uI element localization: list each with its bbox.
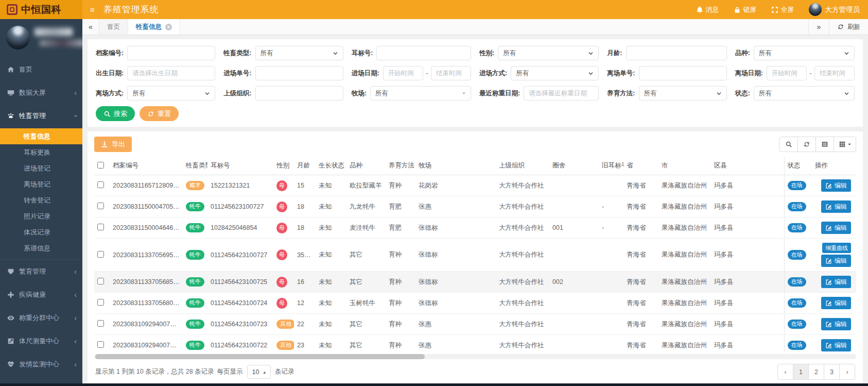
edit-button[interactable]: 编辑	[821, 222, 851, 234]
table-row[interactable]: 2023083115000470531牦牛011245623100727母18未…	[94, 196, 856, 217]
reset-button[interactable]: 重置	[140, 106, 179, 121]
next-page-button[interactable]: ›	[839, 364, 855, 380]
tab-close-icon[interactable]: ×	[165, 24, 172, 30]
sidebar-item-4[interactable]: 疾病健康‹	[0, 283, 82, 306]
header-action-0[interactable]: 消息	[696, 5, 719, 14]
table-row[interactable]: 2023083113370568511牦牛0112456423100725母16…	[94, 272, 856, 293]
table-row[interactable]: 2023083115000464631牦牛1028425046854母18未知麦…	[94, 217, 856, 239]
date-start-input[interactable]	[383, 66, 423, 80]
row-checkbox[interactable]	[97, 251, 104, 258]
column-header[interactable]: 市	[658, 157, 711, 175]
filter-input[interactable]	[524, 86, 599, 100]
column-header[interactable]: 档案编号	[110, 157, 183, 175]
row-checkbox[interactable]	[97, 224, 104, 230]
row-checkbox[interactable]	[97, 299, 104, 306]
tab-refresh-button[interactable]: 刷新	[829, 19, 868, 35]
select-all-checkbox[interactable]	[97, 162, 104, 169]
tab-0[interactable]: 首页	[99, 19, 128, 35]
column-header[interactable]: 月龄	[294, 157, 316, 175]
export-button[interactable]: 导出	[94, 137, 132, 152]
page-size-dropdown[interactable]: 10 ▴	[247, 365, 271, 379]
user-menu[interactable]: 大方管理员	[809, 3, 860, 16]
column-header[interactable]: 养育方法	[386, 157, 415, 175]
filter-select[interactable]: 所有	[255, 46, 343, 60]
column-header[interactable]: 生长状态	[316, 157, 346, 175]
search-button[interactable]: 搜索	[96, 106, 135, 121]
edit-button[interactable]: 编辑	[821, 255, 851, 267]
filter-select[interactable]: 所有	[754, 86, 855, 100]
table-row[interactable]: 2023083109294007291牦牛0112456423100722其他2…	[94, 335, 856, 353]
table-row[interactable]: 2023083113370569571牦牛0112456423100727母35…	[94, 239, 856, 272]
column-header[interactable]: 省	[623, 157, 658, 175]
column-header[interactable]: 操作	[812, 157, 856, 175]
filter-input[interactable]	[376, 46, 471, 60]
date-end-input[interactable]	[431, 66, 471, 80]
row-checkbox[interactable]	[97, 203, 104, 209]
page-button-3[interactable]: 3	[824, 364, 840, 380]
filter-select[interactable]: 所有	[511, 66, 599, 80]
column-header[interactable]: 牧场	[415, 157, 496, 175]
row-checkbox[interactable]	[97, 341, 104, 348]
edit-button[interactable]: 编辑	[821, 339, 851, 351]
sidebar-subitem-5[interactable]: 照片记录	[0, 208, 82, 224]
sidebar-item-6[interactable]: 体尺测量中心‹	[0, 329, 82, 353]
filter-input[interactable]	[255, 86, 343, 100]
tabs-scroll-back-icon[interactable]: «	[82, 19, 99, 35]
table-row[interactable]: 2023083113370568031牦牛0112456423100724母12…	[94, 293, 856, 314]
column-header[interactable]: 耳标号	[207, 157, 273, 175]
sidebar-subitem-4[interactable]: 转舍登记	[0, 192, 82, 208]
edit-button[interactable]: 编辑	[821, 297, 851, 309]
filter-input[interactable]	[127, 46, 215, 60]
filter-select[interactable]: 所有	[370, 86, 471, 100]
sidebar-item-0[interactable]: 首页	[0, 58, 82, 81]
toolbar-search-button[interactable]	[779, 137, 798, 152]
column-header[interactable]: 性别	[273, 157, 294, 175]
filter-input[interactable]	[255, 66, 343, 80]
header-action-1[interactable]: 锁屏	[734, 5, 757, 14]
sidebar-subitem-2[interactable]: 进场登记	[0, 160, 82, 176]
table-row[interactable]: 2023083116571280962藏羊15221321321母15未知欧拉型…	[94, 175, 856, 196]
edit-button[interactable]: 编辑	[821, 179, 851, 192]
hamburger-icon[interactable]: ≡	[90, 5, 95, 14]
column-header[interactable]: 旧耳标号	[599, 157, 623, 175]
filter-input[interactable]	[127, 66, 215, 80]
filter-select[interactable]: 所有	[498, 46, 599, 60]
toolbar-columns-grid-button[interactable]	[834, 137, 856, 152]
edit-button[interactable]: 编辑	[821, 276, 851, 288]
sidebar-item-2[interactable]: 牲畜管理‹	[0, 104, 82, 127]
filter-input[interactable]	[639, 66, 727, 80]
filter-input[interactable]	[626, 46, 727, 60]
toolbar-detail-view-button[interactable]	[815, 137, 834, 152]
column-header[interactable]: 牲畜类型	[183, 157, 207, 175]
column-header[interactable]: 品种	[346, 157, 386, 175]
header-action-2[interactable]: 全屏	[771, 5, 794, 14]
filter-select[interactable]: 所有	[639, 86, 727, 100]
row-checkbox[interactable]	[97, 278, 104, 284]
horizontal-scrollbar-thumb[interactable]	[95, 354, 425, 359]
column-header[interactable]: 状态	[784, 157, 812, 175]
sidebar-subitem-6[interactable]: 体况记录	[0, 224, 82, 240]
column-header[interactable]: 区县	[711, 157, 784, 175]
sidebar-subitem-1[interactable]: 耳标更换	[0, 144, 82, 160]
table-row[interactable]: 2023083109294007881牦牛0112456423100723其他2…	[94, 314, 856, 335]
sidebar-subitem-7[interactable]: 系谱信息	[0, 240, 82, 256]
column-header[interactable]: 上级组织	[496, 157, 549, 175]
filter-select[interactable]: 所有	[127, 86, 215, 100]
sidebar-item-1[interactable]: 数据大屏‹	[0, 81, 82, 104]
edit-button[interactable]: 编辑	[821, 200, 851, 213]
prev-page-button[interactable]: ‹	[777, 364, 793, 380]
tabs-scroll-forward-icon[interactable]: »	[808, 19, 829, 35]
sidebar-subitem-3[interactable]: 离场登记	[0, 176, 82, 192]
column-header[interactable]: 圈舍	[549, 157, 599, 175]
weight-curve-button[interactable]: 增重曲线	[822, 243, 851, 253]
toolbar-refresh-button[interactable]	[797, 137, 816, 152]
sidebar-item-5[interactable]: 称重分群中心‹	[0, 306, 82, 329]
page-button-2[interactable]: 2	[808, 364, 824, 380]
edit-button[interactable]: 编辑	[821, 318, 851, 330]
date-end-input[interactable]	[814, 66, 855, 80]
tab-1[interactable]: 牲畜信息×	[128, 19, 180, 35]
page-button-1[interactable]: 1	[793, 364, 809, 380]
row-checkbox[interactable]	[97, 181, 104, 188]
row-checkbox[interactable]	[97, 320, 104, 327]
sidebar-subitem-0[interactable]: 牲畜信息	[0, 128, 82, 144]
